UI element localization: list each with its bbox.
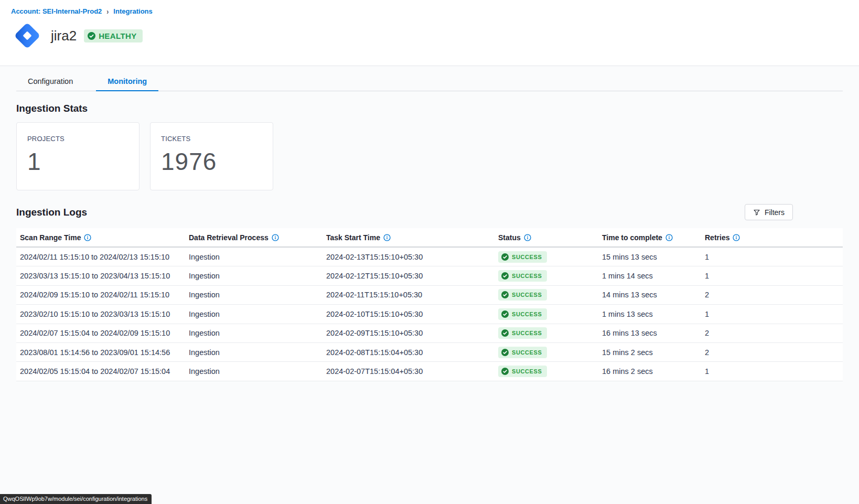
col-header-retries: Retries	[705, 233, 843, 242]
retries-cell: 1	[705, 253, 843, 261]
integration-title-row: jira2 HEALTHY	[11, 19, 848, 52]
process-cell: Ingestion	[189, 253, 326, 261]
col-header-time-to-complete: Time to complete	[602, 233, 705, 242]
scan-range-cell: 2024/02/07 15:15:04 to 2024/02/09 15:15:…	[16, 329, 189, 337]
table-row[interactable]: 2024/02/05 15:15:04 to 2024/02/07 15:15:…	[16, 362, 843, 381]
page-header: Account: SEI-Internal-Prod2 › Integratio…	[0, 0, 859, 66]
time-to-complete-cell: 1 mins 14 secs	[602, 272, 705, 280]
process-cell: Ingestion	[189, 272, 326, 280]
logs-table-header-row: Scan Range Time Data Retrieval Process T…	[16, 228, 843, 248]
scan-range-cell: 2024/02/05 15:15:04 to 2024/02/07 15:15:…	[16, 367, 189, 376]
tickets-stat-card: TICKETS 1976	[150, 122, 273, 190]
status-cell: SUCCESS	[498, 289, 602, 301]
task-start-cell: 2024-02-08T15:15:04+05:30	[326, 348, 498, 357]
logs-table-body: 2024/02/11 15:15:10 to 2024/02/13 15:15:…	[16, 248, 843, 381]
info-icon[interactable]	[665, 234, 673, 241]
status-badge: SUCCESS	[498, 366, 547, 377]
check-circle-icon	[501, 329, 509, 337]
scan-range-cell: 2024/02/11 15:15:10 to 2024/02/13 15:15:…	[16, 253, 189, 261]
time-to-complete-cell: 15 mins 13 secs	[602, 253, 705, 261]
info-icon[interactable]	[733, 234, 740, 241]
status-badge-label: SUCCESS	[512, 292, 542, 298]
task-start-cell: 2024-02-07T15:15:04+05:30	[326, 367, 498, 376]
check-circle-icon	[88, 32, 95, 40]
table-row[interactable]: 2024/02/07 15:15:04 to 2024/02/09 15:15:…	[16, 324, 843, 343]
status-badge: SUCCESS	[498, 347, 547, 358]
status-badge-label: SUCCESS	[512, 349, 542, 356]
ingestion-stats-heading: Ingestion Stats	[16, 103, 843, 114]
health-badge-label: HEALTHY	[99, 31, 137, 40]
status-cell: SUCCESS	[498, 251, 602, 263]
retries-cell: 2	[705, 348, 843, 357]
scan-range-cell: 2023/02/10 15:15:10 to 2023/03/13 15:15:…	[16, 310, 189, 318]
health-status-badge: HEALTHY	[84, 29, 143, 42]
breadcrumb-integrations-link[interactable]: Integrations	[113, 7, 152, 15]
task-start-cell: 2024-02-10T15:15:10+05:30	[326, 310, 498, 318]
status-badge: SUCCESS	[498, 327, 547, 339]
ingestion-logs-header: Ingestion Logs Filters	[16, 204, 843, 220]
status-badge: SUCCESS	[498, 251, 547, 263]
scan-range-cell: 2023/08/01 15:14:56 to 2023/09/01 15:14:…	[16, 348, 189, 357]
col-header-status: Status	[498, 233, 602, 242]
time-to-complete-cell: 16 mins 2 secs	[602, 367, 705, 376]
filters-button-label: Filters	[765, 208, 785, 217]
col-header-task-start-time: Task Start Time	[326, 233, 498, 242]
info-icon[interactable]	[272, 234, 279, 241]
time-to-complete-cell: 16 mins 13 secs	[602, 329, 705, 337]
breadcrumb-chevron-icon: ›	[106, 7, 109, 16]
ingestion-stats-cards: PROJECTS 1 TICKETS 1976	[16, 122, 843, 190]
filters-button[interactable]: Filters	[745, 204, 793, 220]
retries-cell: 1	[705, 367, 843, 376]
breadcrumb: Account: SEI-Internal-Prod2 › Integratio…	[11, 7, 848, 15]
col-header-data-retrieval-process: Data Retrieval Process	[189, 233, 326, 242]
scan-range-cell: 2024/02/09 15:15:10 to 2024/02/11 15:15:…	[16, 291, 189, 299]
check-circle-icon	[501, 253, 509, 261]
info-icon[interactable]	[84, 234, 91, 241]
time-to-complete-cell: 14 mins 13 secs	[602, 291, 705, 299]
check-circle-icon	[501, 368, 509, 375]
process-cell: Ingestion	[189, 291, 326, 299]
tab-configuration[interactable]: Configuration	[16, 73, 84, 91]
integration-title: jira2	[51, 28, 77, 44]
status-bar-url: QwqOSlIWp9ob7w/module/sei/configuration/…	[0, 494, 152, 504]
retries-cell: 1	[705, 310, 843, 318]
tickets-stat-label: TICKETS	[161, 135, 262, 143]
process-cell: Ingestion	[189, 367, 326, 376]
main-content: Configuration Monitoring Ingestion Stats…	[0, 73, 859, 381]
tab-bar: Configuration Monitoring	[16, 73, 843, 91]
task-start-cell: 2024-02-11T15:15:10+05:30	[326, 291, 498, 299]
breadcrumb-account-link[interactable]: Account: SEI-Internal-Prod2	[11, 7, 102, 15]
status-cell: SUCCESS	[498, 308, 602, 320]
table-row[interactable]: 2023/03/13 15:15:10 to 2023/04/13 15:15:…	[16, 266, 843, 285]
status-cell: SUCCESS	[498, 327, 602, 339]
table-row[interactable]: 2024/02/09 15:15:10 to 2024/02/11 15:15:…	[16, 286, 843, 305]
info-icon[interactable]	[383, 234, 391, 241]
projects-stat-card: PROJECTS 1	[16, 122, 139, 190]
status-badge: SUCCESS	[498, 308, 547, 320]
projects-stat-value: 1	[27, 149, 128, 174]
table-row[interactable]: 2024/02/11 15:15:10 to 2024/02/13 15:15:…	[16, 248, 843, 266]
check-circle-icon	[501, 272, 509, 280]
status-cell: SUCCESS	[498, 366, 602, 377]
ingestion-logs-table: Scan Range Time Data Retrieval Process T…	[16, 228, 843, 381]
time-to-complete-cell: 15 mins 2 secs	[602, 348, 705, 357]
check-circle-icon	[501, 349, 509, 356]
status-badge-label: SUCCESS	[512, 330, 542, 336]
filter-funnel-icon	[753, 209, 760, 216]
table-row[interactable]: 2023/02/10 15:15:10 to 2023/03/13 15:15:…	[16, 305, 843, 324]
jira-logo-icon	[11, 19, 44, 52]
tab-monitoring[interactable]: Monitoring	[96, 73, 158, 91]
tickets-stat-value: 1976	[161, 149, 262, 174]
retries-cell: 1	[705, 272, 843, 280]
process-cell: Ingestion	[189, 348, 326, 357]
table-row[interactable]: 2023/08/01 15:14:56 to 2023/09/01 15:14:…	[16, 343, 843, 362]
check-circle-icon	[501, 291, 509, 298]
status-badge: SUCCESS	[498, 289, 547, 301]
info-icon[interactable]	[524, 234, 531, 241]
status-badge-label: SUCCESS	[512, 311, 542, 317]
ingestion-logs-heading: Ingestion Logs	[16, 207, 87, 218]
projects-stat-label: PROJECTS	[27, 135, 128, 143]
retries-cell: 2	[705, 329, 843, 337]
task-start-cell: 2024-02-13T15:15:10+05:30	[326, 253, 498, 261]
status-badge-label: SUCCESS	[512, 273, 542, 279]
